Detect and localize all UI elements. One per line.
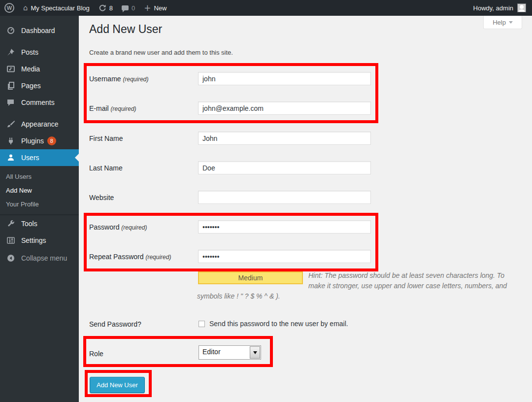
sidebar-item-posts[interactable]: Posts — [0, 44, 79, 61]
collapse-icon — [7, 254, 17, 262]
last-name-label: Last Name — [89, 164, 123, 172]
sidebar-item-label: Tools — [21, 220, 37, 228]
sidebar-item-media[interactable]: Media — [0, 61, 79, 77]
add-new-user-button[interactable]: Add New User — [90, 377, 145, 393]
username-field[interactable] — [198, 72, 371, 85]
username-label: Username (required) — [89, 75, 149, 83]
comments-menu-icon — [7, 99, 17, 106]
sliders-icon — [7, 236, 17, 244]
sidebar-item-comments[interactable]: Comments — [0, 94, 79, 111]
updates-icon — [99, 4, 106, 12]
sidebar-item-your-profile[interactable]: Your Profile — [0, 198, 79, 211]
role-label: Role — [89, 350, 103, 358]
website-label: Website — [89, 194, 114, 201]
website-field[interactable] — [198, 191, 371, 204]
sidebar-item-settings[interactable]: Settings — [0, 232, 79, 249]
chevron-down-icon — [509, 21, 513, 24]
sidebar-item-users[interactable]: Users — [0, 149, 79, 166]
wrench-icon — [7, 220, 17, 228]
sidebar-item-label: Settings — [21, 236, 46, 244]
first-name-field[interactable] — [198, 132, 371, 145]
sidebar-item-label: Users — [21, 154, 39, 162]
sidebar-item-add-new[interactable]: Add New — [0, 184, 79, 198]
wordpress-logo-icon: W — [4, 3, 14, 13]
pin-icon — [7, 48, 17, 56]
send-password-label: Send Password? — [89, 320, 141, 328]
repeat-password-field[interactable] — [198, 250, 371, 263]
sidebar-item-label: Posts — [21, 48, 38, 56]
send-password-checkbox-label[interactable]: Send this password to the new user by em… — [209, 320, 348, 328]
admin-sidebar: Dashboard Posts Media Pages Comments App… — [0, 16, 79, 402]
role-select[interactable]: Editor — [199, 345, 261, 360]
email-label: E-mail (required) — [89, 104, 136, 112]
sidebar-item-all-users[interactable]: All Users — [0, 170, 79, 184]
site-name-link[interactable]: ⌂ My Spectacular Blog — [19, 0, 94, 16]
media-icon — [7, 65, 17, 73]
home-icon: ⌂ — [23, 3, 28, 12]
repeat-password-label: Repeat Password (required) — [89, 253, 171, 261]
avatar[interactable] — [517, 3, 526, 12]
updates-link[interactable]: 8 — [94, 0, 117, 16]
sidebar-item-pages[interactable]: Pages — [0, 77, 79, 94]
sidebar-item-label: Dashboard — [21, 27, 55, 34]
sidebar-item-appearance[interactable]: Appearance — [0, 116, 79, 133]
update-count: 8 — [109, 4, 113, 12]
help-button[interactable]: Help — [483, 16, 522, 29]
wordpress-logo-button[interactable]: W — [0, 0, 19, 16]
sidebar-item-plugins[interactable]: Plugins 8 — [0, 133, 79, 149]
sidebar-item-label: Comments — [21, 99, 55, 106]
sidebar-item-label: Appearance — [21, 120, 59, 128]
password-strength-meter: Medium — [198, 271, 303, 284]
help-label: Help — [493, 19, 506, 26]
plugins-update-badge: 8 — [47, 136, 56, 145]
new-label: New — [154, 4, 166, 12]
sidebar-item-label: Plugins — [21, 137, 44, 145]
page-title: Add New User — [89, 23, 162, 36]
sidebar-item-label: Media — [21, 65, 40, 73]
comments-icon — [122, 5, 129, 10]
page-subtitle: Create a brand new user and add them to … — [89, 49, 233, 56]
plug-icon — [7, 137, 17, 145]
password-field[interactable] — [198, 220, 371, 234]
sidebar-item-tools[interactable]: Tools — [0, 215, 79, 232]
last-name-field[interactable] — [198, 161, 371, 174]
new-content-button[interactable]: + New — [139, 0, 171, 16]
password-label: Password (required) — [89, 223, 147, 231]
email-field[interactable] — [198, 101, 371, 115]
comment-count: 0 — [132, 4, 135, 12]
role-selected-value: Editor — [202, 348, 221, 356]
sidebar-item-label: Pages — [21, 82, 41, 90]
howdy-account-link[interactable]: Howdy, admin — [473, 4, 513, 12]
plus-icon: + — [144, 3, 151, 13]
admin-bar: W ⌂ My Spectacular Blog 8 0 + New Howdy,… — [0, 0, 532, 16]
sidebar-item-label: Collapse menu — [21, 254, 67, 262]
users-submenu: All Users Add New Your Profile — [0, 166, 79, 214]
sidebar-item-dashboard[interactable]: Dashboard — [0, 22, 79, 39]
collapse-menu-button[interactable]: Collapse menu — [0, 250, 79, 267]
comments-link[interactable]: 0 — [117, 0, 139, 16]
first-name-label: First Name — [89, 134, 123, 142]
dashboard-icon — [7, 27, 17, 34]
dropdown-arrow-icon[interactable] — [250, 346, 260, 359]
pages-icon — [7, 82, 17, 90]
site-name-label: My Spectacular Blog — [31, 4, 90, 12]
send-password-checkbox[interactable] — [199, 321, 205, 327]
brush-icon — [7, 120, 17, 128]
user-icon — [7, 154, 17, 162]
